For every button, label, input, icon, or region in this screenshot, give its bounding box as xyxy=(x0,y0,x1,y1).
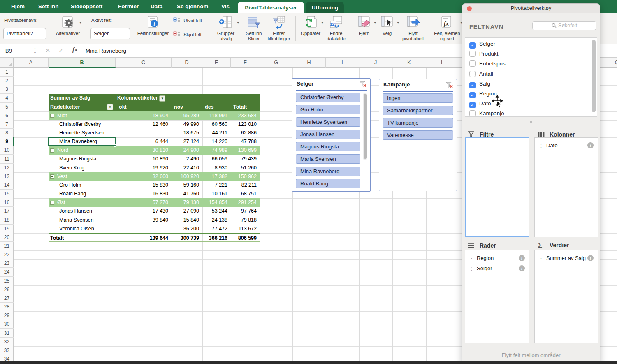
checkbox-unchecked[interactable] xyxy=(469,110,476,116)
row-header-7[interactable]: 7 xyxy=(0,120,14,129)
pivot-value-cell[interactable]: 27 124 xyxy=(172,137,202,146)
pivot-value-cell[interactable]: 154 854 xyxy=(202,198,231,207)
column-header-C[interactable]: C xyxy=(116,58,172,68)
pivot-value-cell[interactable]: 68 751 xyxy=(231,190,260,198)
row-header-29[interactable]: 29 xyxy=(0,311,14,320)
row-header-2[interactable]: 2 xyxy=(0,77,14,85)
slicer-item[interactable]: Roald Bang xyxy=(296,179,360,188)
change-datasource-button[interactable]: 123 Endre datakilde xyxy=(323,13,349,44)
row-header-23[interactable]: 23 xyxy=(0,259,14,268)
row-labels-filter-dropdown[interactable]: ▼ xyxy=(107,104,113,110)
slicer-item[interactable]: Ingen xyxy=(383,93,453,103)
confirm-entry-icon[interactable]: ✓ xyxy=(58,47,64,54)
row-header-5[interactable]: 5 xyxy=(0,103,14,111)
pivot-detail-row-label[interactable]: Svein Krog xyxy=(49,164,116,172)
pivot-value-cell[interactable]: 150 962 xyxy=(231,172,260,181)
pivot-value-cell[interactable]: 8 930 xyxy=(202,164,231,172)
row-header-1[interactable]: 1 xyxy=(0,68,14,77)
collapse-button[interactable] xyxy=(50,114,54,118)
search-field[interactable]: Søkefelt xyxy=(532,21,596,30)
pivot-value-cell[interactable]: 49 990 xyxy=(172,120,202,129)
field-item-dato[interactable]: ✓Dato xyxy=(469,99,491,109)
row-header-13[interactable]: 13 xyxy=(0,172,14,181)
row-header-32[interactable]: 32 xyxy=(0,338,14,346)
pivot-value-cell[interactable]: 32 660 xyxy=(116,172,172,181)
column-header-E[interactable]: E xyxy=(202,58,231,68)
pivot-value-cell[interactable]: 18 904 xyxy=(116,111,172,120)
menu-tab-se-gjennom[interactable]: Se gjennom xyxy=(177,0,209,13)
pivot-value-cell[interactable]: 113 672 xyxy=(231,225,260,233)
column-header-F[interactable]: F xyxy=(231,58,260,68)
rows-dropzone[interactable]: ⋮Regioni⋮Selgeri xyxy=(465,250,529,343)
row-header-24[interactable]: 24 xyxy=(0,268,14,276)
pivot-value-cell[interactable]: 47 788 xyxy=(231,137,260,146)
row-header-6[interactable]: 6 xyxy=(0,111,14,120)
pivot-value-cell[interactable]: 17 430 xyxy=(116,207,172,216)
info-icon[interactable]: i xyxy=(519,265,525,271)
cancel-entry-icon[interactable]: ✕ xyxy=(45,47,51,54)
pivot-value-cell[interactable]: 100 920 xyxy=(172,172,202,181)
filters-dropzone[interactable] xyxy=(465,137,529,237)
menu-tab-utforming[interactable]: Utforming xyxy=(306,2,344,13)
pivot-value-cell[interactable]: 41 760 xyxy=(172,190,202,198)
pivot-value-cell[interactable]: 300 739 xyxy=(172,234,202,241)
clear-filter-icon[interactable] xyxy=(446,82,453,88)
pivot-value-cell[interactable]: 18 675 xyxy=(172,129,202,137)
menu-tab-sideoppsett[interactable]: Sideoppsett xyxy=(71,0,106,13)
name-box-stepper[interactable]: ▲▼ xyxy=(33,46,37,55)
pivot-detail-row-label[interactable]: Christoffer Øverby xyxy=(49,120,116,129)
pivot-value-cell[interactable]: 2 490 xyxy=(172,155,202,163)
row-header-21[interactable]: 21 xyxy=(0,242,14,250)
slicer-item[interactable]: Henriette Syvertsen xyxy=(296,117,360,127)
pivot-value-cell[interactable]: 291 254 xyxy=(231,198,260,207)
checkbox-checked[interactable]: ✓ xyxy=(469,82,476,88)
pivot-detail-row-label[interactable]: Gro Holm xyxy=(49,181,116,190)
pivot-value-cell[interactable]: 10 890 xyxy=(116,155,172,163)
row-header-4[interactable]: 4 xyxy=(0,94,14,102)
row-header-30[interactable]: 30 xyxy=(0,320,14,329)
menu-tab-pivottable-analyser[interactable]: PivotTable-analyser xyxy=(238,2,304,13)
row-header-3[interactable]: 3 xyxy=(0,85,14,94)
pivot-value-cell[interactable]: 24 900 xyxy=(172,146,202,155)
collapse-button[interactable] xyxy=(50,174,54,179)
pivot-value-cell[interactable]: 22 410 xyxy=(172,164,202,172)
slicer-item[interactable]: Jonas Hansen xyxy=(296,130,360,139)
pivot-detail-row-label[interactable]: Magnus Ringsta xyxy=(49,155,116,163)
row-header-20[interactable]: 20 xyxy=(0,233,14,242)
pivot-value-cell[interactable]: 6 444 xyxy=(116,137,172,146)
checkbox-checked[interactable]: ✓ xyxy=(469,102,476,108)
row-header-27[interactable]: 27 xyxy=(0,294,14,303)
formula-input[interactable]: Mina Ravneberg xyxy=(86,44,126,58)
pivot-value-cell[interactable]: 17 382 xyxy=(202,172,231,181)
field-item-kampanje[interactable]: Kampanje xyxy=(469,109,504,118)
pivot-value-cell[interactable]: 79 818 xyxy=(231,216,260,225)
field-list-scrollbar[interactable] xyxy=(592,40,596,112)
pivot-value-cell[interactable]: 97 764 xyxy=(231,207,260,216)
row-header-22[interactable]: 22 xyxy=(0,250,14,259)
group-selection-button[interactable]: ▾ Grupper utvalg xyxy=(213,13,239,44)
checkbox-checked[interactable]: ✓ xyxy=(469,42,476,49)
pivot-value-cell[interactable] xyxy=(116,129,172,137)
pivot-value-cell[interactable]: 806 599 xyxy=(231,234,260,241)
insert-slicer-button[interactable]: Sett inn Slicer xyxy=(242,13,266,44)
area-field-chip-region[interactable]: ⋮Regioni xyxy=(469,253,526,263)
pivot-value-cell[interactable] xyxy=(116,225,172,233)
slicer-kampanje[interactable]: KampanjeIngenSamarbeidspartnerTV kampanj… xyxy=(379,79,457,191)
column-header-I[interactable]: I xyxy=(326,58,359,68)
slicer-selger[interactable]: SelgerChristoffer ØverbyGro HolmHenriett… xyxy=(292,78,371,192)
pivot-detail-row-label[interactable]: Roald Bang xyxy=(49,190,116,198)
collapse-button[interactable] xyxy=(50,148,54,153)
pivot-value-cell[interactable]: 44 211 xyxy=(202,129,231,137)
field-item-selger[interactable]: ✓Selger xyxy=(469,39,495,49)
column-header-Q[interactable]: Q xyxy=(600,58,617,68)
info-icon[interactable]: i xyxy=(587,255,594,261)
fill-handle[interactable] xyxy=(114,144,116,147)
pivot-value-cell[interactable]: 62 886 xyxy=(231,129,260,137)
checkbox-unchecked[interactable] xyxy=(469,51,476,57)
pivot-group-row-label[interactable]: Midt xyxy=(49,111,116,120)
pivot-value-cell[interactable]: 130 699 xyxy=(231,146,260,155)
checkbox-unchecked[interactable] xyxy=(469,71,476,77)
pivot-value-cell[interactable]: 66 059 xyxy=(202,155,231,163)
pivot-value-cell[interactable]: 74 989 xyxy=(202,146,231,155)
column-header-L[interactable]: L xyxy=(426,58,459,68)
